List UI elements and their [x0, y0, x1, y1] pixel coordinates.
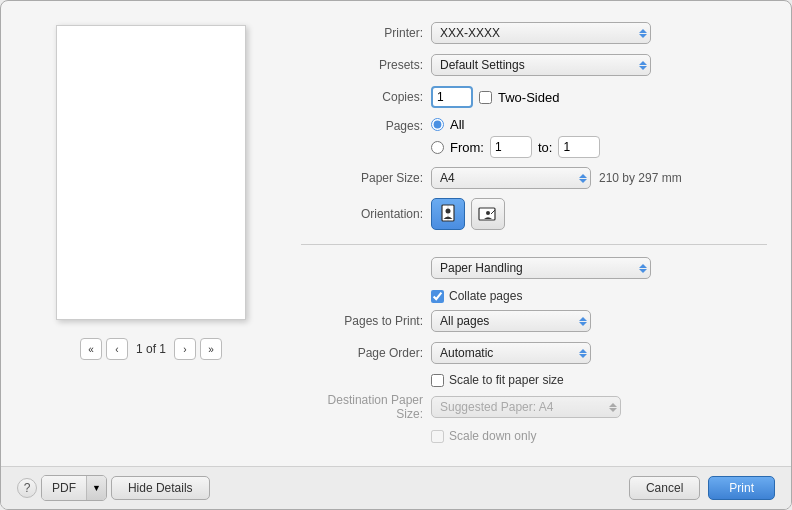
page-order-label: Page Order:	[301, 346, 431, 360]
copies-label: Copies:	[301, 90, 431, 104]
footer-right: Cancel Print	[629, 476, 775, 500]
page-order-control: Automatic	[431, 342, 767, 364]
two-sided-checkbox[interactable]	[479, 91, 492, 104]
pages-all-label: All	[450, 117, 464, 132]
orientation-label: Orientation:	[301, 207, 431, 221]
destination-paper-size-control: Suggested Paper: A4	[431, 396, 767, 418]
pages-to-input[interactable]	[558, 136, 600, 158]
pages-to-print-control: All pages	[431, 310, 767, 332]
destination-paper-size-label: Destination Paper Size:	[301, 393, 431, 421]
cancel-button[interactable]: Cancel	[629, 476, 700, 500]
scale-to-fit-checkbox[interactable]	[431, 374, 444, 387]
pages-from-input[interactable]	[490, 136, 532, 158]
printer-control: XXX-XXXX	[431, 22, 767, 44]
pages-to-print-label: Pages to Print:	[301, 314, 431, 328]
module-select-wrapper: Paper Handling	[431, 257, 651, 279]
presets-label: Presets:	[301, 58, 431, 72]
pages-from-row: From: to:	[431, 136, 600, 158]
pages-section: All From: to:	[431, 117, 600, 158]
destination-paper-size-select-wrapper: Suggested Paper: A4	[431, 396, 621, 418]
pages-all-radio[interactable]	[431, 118, 444, 131]
svg-point-2	[446, 209, 451, 214]
settings-panel: Printer: XXX-XXXX Presets:	[301, 17, 791, 458]
presets-select-wrapper: Default Settings	[431, 54, 651, 76]
pages-to-label: to:	[538, 140, 552, 155]
landscape-icon	[477, 203, 499, 225]
hide-details-button[interactable]: Hide Details	[111, 476, 210, 500]
presets-select[interactable]: Default Settings	[431, 54, 651, 76]
print-dialog: « ‹ 1 of 1 › » Printer: XXX-XXXX	[0, 0, 792, 510]
presets-row: Presets: Default Settings	[301, 53, 767, 77]
scale-down-only-checkbox[interactable]	[431, 430, 444, 443]
collate-row: Collate pages	[301, 289, 767, 303]
paper-size-dimensions: 210 by 297 mm	[599, 171, 682, 185]
scale-down-only-label: Scale down only	[449, 429, 536, 443]
paper-size-row: Paper Size: A4 210 by 297 mm	[301, 166, 767, 190]
paper-size-select[interactable]: A4	[431, 167, 591, 189]
printer-label: Printer:	[301, 26, 431, 40]
separator	[301, 244, 767, 245]
pdf-button[interactable]: PDF	[42, 476, 86, 500]
pdf-dropdown-arrow-icon: ▼	[92, 483, 101, 493]
paper-size-control: A4 210 by 297 mm	[431, 167, 767, 189]
prev-page-button[interactable]: ‹	[106, 338, 128, 360]
landscape-button[interactable]	[471, 198, 505, 230]
page-order-select-wrapper: Automatic	[431, 342, 591, 364]
scale-to-fit-label: Scale to fit paper size	[449, 373, 564, 387]
copies-control: Two-Sided	[431, 86, 767, 108]
preview-panel: « ‹ 1 of 1 › »	[1, 17, 301, 458]
presets-control: Default Settings	[431, 54, 767, 76]
paper-size-label: Paper Size:	[301, 171, 431, 185]
destination-paper-size-select[interactable]: Suggested Paper: A4	[431, 396, 621, 418]
preview-nav: « ‹ 1 of 1 › »	[80, 338, 222, 360]
footer: ? PDF ▼ Hide Details Cancel Print	[1, 466, 791, 509]
last-page-button[interactable]: »	[200, 338, 222, 360]
pages-to-print-row: Pages to Print: All pages	[301, 309, 767, 333]
help-icon: ?	[24, 481, 31, 495]
scale-to-fit-row: Scale to fit paper size	[301, 373, 767, 387]
portrait-button[interactable]	[431, 198, 465, 230]
scale-down-only-row: Scale down only	[301, 429, 767, 443]
pages-from-label: From:	[450, 140, 484, 155]
copies-input[interactable]	[431, 86, 473, 108]
copies-row: Copies: Two-Sided	[301, 85, 767, 109]
collate-checkbox[interactable]	[431, 290, 444, 303]
svg-point-4	[486, 211, 490, 215]
two-sided-label: Two-Sided	[498, 90, 559, 105]
paper-preview	[56, 25, 246, 320]
orientation-row: Orientation:	[301, 198, 767, 230]
printer-row: Printer: XXX-XXXX	[301, 21, 767, 45]
pages-all-row: All	[431, 117, 600, 132]
pdf-button-group: PDF ▼	[41, 475, 107, 501]
footer-left: ? PDF ▼ Hide Details	[17, 475, 210, 501]
help-button[interactable]: ?	[17, 478, 37, 498]
pages-row: Pages: All From: to:	[301, 117, 767, 158]
module-row: Paper Handling	[301, 257, 767, 279]
paper-size-select-wrapper: A4	[431, 167, 591, 189]
module-select[interactable]: Paper Handling	[431, 257, 651, 279]
collate-label: Collate pages	[449, 289, 522, 303]
pages-label: Pages:	[301, 117, 431, 133]
pages-control: All From: to:	[431, 117, 767, 158]
pdf-dropdown-button[interactable]: ▼	[86, 476, 106, 500]
next-page-button[interactable]: ›	[174, 338, 196, 360]
pages-from-radio[interactable]	[431, 141, 444, 154]
pages-to-print-select[interactable]: All pages	[431, 310, 591, 332]
page-info: 1 of 1	[136, 342, 166, 356]
destination-paper-size-row: Destination Paper Size: Suggested Paper:…	[301, 393, 767, 421]
pages-to-print-select-wrapper: All pages	[431, 310, 591, 332]
page-order-select[interactable]: Automatic	[431, 342, 591, 364]
first-page-button[interactable]: «	[80, 338, 102, 360]
printer-select[interactable]: XXX-XXXX	[431, 22, 651, 44]
portrait-icon	[437, 203, 459, 225]
printer-select-wrapper: XXX-XXXX	[431, 22, 651, 44]
page-order-row: Page Order: Automatic	[301, 341, 767, 365]
orientation-control	[431, 198, 767, 230]
print-button[interactable]: Print	[708, 476, 775, 500]
